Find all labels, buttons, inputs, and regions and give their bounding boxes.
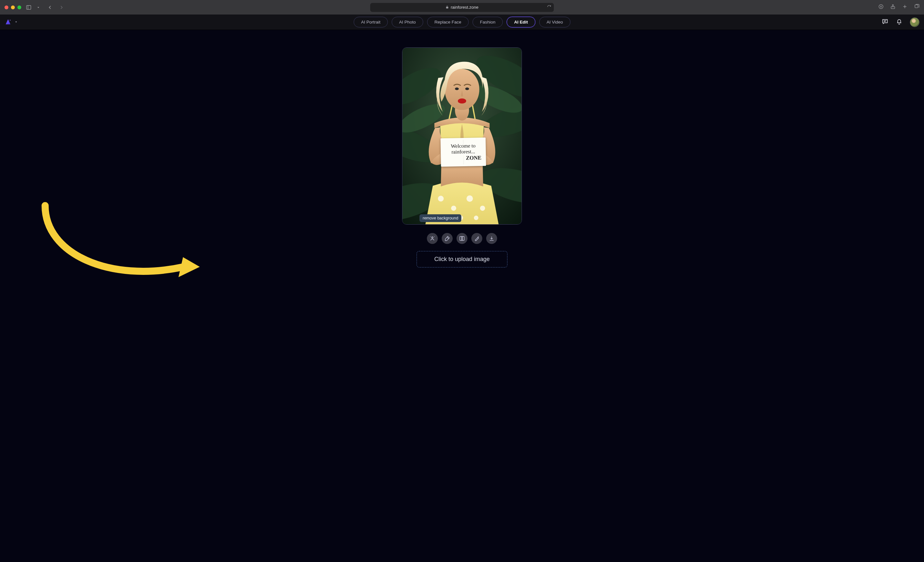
sign-paper: Welcome to rainforest... ZONE xyxy=(440,138,486,167)
remove-background-button[interactable] xyxy=(427,233,438,244)
lock-icon xyxy=(446,5,449,10)
sign-line3: ZONE xyxy=(466,155,482,161)
svg-rect-6 xyxy=(915,5,918,8)
address-bar[interactable]: rainforest.zone xyxy=(370,3,554,12)
tab-ai-photo[interactable]: AI Photo xyxy=(392,17,423,27)
tab-ai-video[interactable]: AI Video xyxy=(539,17,571,27)
sidebar-toggle-button[interactable] xyxy=(25,4,32,11)
window-close-button[interactable] xyxy=(4,6,8,9)
edit-tool-row xyxy=(427,233,497,244)
svg-marker-37 xyxy=(178,257,200,277)
app-logo[interactable] xyxy=(4,19,18,26)
tooltip-remove-background: remove background xyxy=(420,214,461,222)
logo-menu-caret[interactable] xyxy=(14,20,18,25)
tab-group-dropdown[interactable] xyxy=(36,4,40,11)
svg-point-21 xyxy=(466,195,473,202)
window-controls xyxy=(4,6,21,9)
upload-dropzone[interactable]: Click to upload image xyxy=(417,251,507,267)
reload-button[interactable] xyxy=(547,5,551,10)
messages-icon[interactable] xyxy=(882,18,888,26)
main-nav-tabs: AI Portrait AI Photo Replace Face Fashio… xyxy=(354,17,571,27)
window-minimize-button[interactable] xyxy=(11,6,15,9)
header-right xyxy=(882,17,920,27)
svg-rect-0 xyxy=(26,6,31,9)
tab-fashion[interactable]: Fashion xyxy=(472,17,503,27)
svg-point-20 xyxy=(451,206,456,211)
downloads-icon[interactable] xyxy=(878,4,884,11)
annotation-arrow xyxy=(26,193,206,289)
tab-ai-portrait[interactable]: AI Portrait xyxy=(354,17,388,27)
notifications-icon[interactable] xyxy=(896,18,903,26)
window-maximize-button[interactable] xyxy=(17,6,21,9)
erase-button[interactable] xyxy=(442,233,453,244)
svg-point-30 xyxy=(455,88,459,90)
svg-point-25 xyxy=(474,216,478,220)
svg-rect-35 xyxy=(462,236,464,240)
preview-scene xyxy=(402,48,522,224)
app-header: AI Portrait AI Photo Replace Face Fashio… xyxy=(0,15,924,30)
preview-image[interactable]: remove background xyxy=(402,47,522,225)
nav-history-buttons xyxy=(46,4,65,11)
svg-rect-34 xyxy=(460,236,462,240)
magic-enhance-button[interactable] xyxy=(471,233,482,244)
compare-button[interactable] xyxy=(456,233,468,244)
browser-right-controls xyxy=(878,4,920,11)
sign-line1: Welcome to xyxy=(451,143,476,149)
browser-toolbar: rainforest.zone xyxy=(0,0,924,15)
share-icon[interactable] xyxy=(890,4,896,11)
tab-ai-edit[interactable]: AI Edit xyxy=(507,17,536,27)
forward-button[interactable] xyxy=(58,4,65,11)
svg-point-19 xyxy=(438,195,444,201)
back-button[interactable] xyxy=(46,4,54,11)
download-button[interactable] xyxy=(486,233,497,244)
svg-point-32 xyxy=(458,98,466,104)
svg-point-22 xyxy=(480,206,485,211)
svg-point-7 xyxy=(10,20,10,20)
sign-line2: rainforest... xyxy=(452,149,475,155)
tab-overview-icon[interactable] xyxy=(914,4,920,11)
user-avatar[interactable] xyxy=(910,17,920,27)
logo-icon xyxy=(4,19,12,26)
main-canvas: remove background Welcome to rainforest.… xyxy=(0,30,924,562)
svg-point-31 xyxy=(465,88,469,90)
svg-point-33 xyxy=(432,237,434,239)
tab-replace-face[interactable]: Replace Face xyxy=(427,17,468,27)
new-tab-icon[interactable] xyxy=(902,4,908,11)
url-host: rainforest.zone xyxy=(451,5,478,10)
